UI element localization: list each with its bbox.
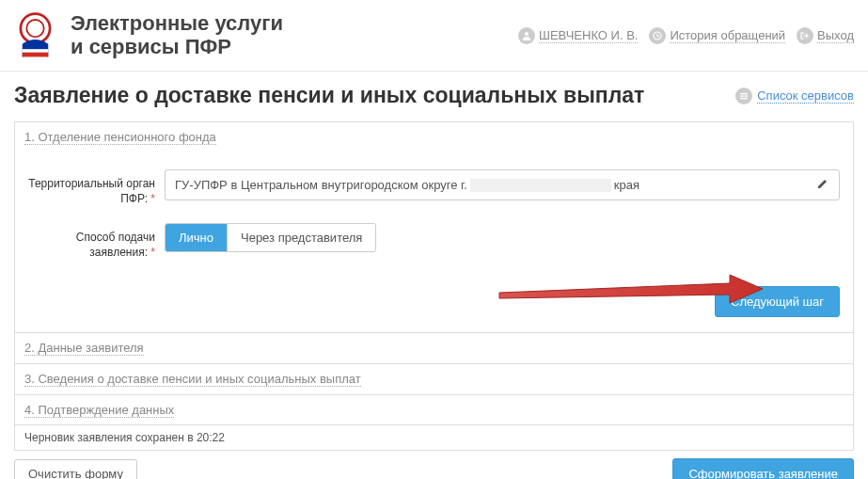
submit-method-toggle: Лично Через представителя bbox=[165, 223, 376, 252]
service-list-link[interactable]: Список сервисов bbox=[735, 88, 854, 104]
step-1-body: Территориальный орган ПФР: * ГУ-УПФР в Ц… bbox=[15, 152, 853, 332]
row-territory: Территориальный орган ПФР: * ГУ-УПФР в Ц… bbox=[28, 169, 840, 206]
territory-label: Территориальный орган ПФР: * bbox=[28, 169, 165, 206]
territory-input[interactable]: ГУ-УПФР в Центральном внутригородском ок… bbox=[165, 169, 840, 200]
page-head: Заявление о доставке пенсии и иных социа… bbox=[14, 83, 854, 108]
row-submit-method: Способ подачи заявления: * Лично Через п… bbox=[28, 223, 840, 260]
step-3-header[interactable]: 3. Сведения о доставке пенсии и иных соц… bbox=[15, 363, 853, 394]
history-link[interactable]: История обращений bbox=[649, 27, 785, 44]
pfr-logo-icon bbox=[9, 9, 61, 61]
submit-method-label: Способ подачи заявления: * bbox=[28, 223, 165, 260]
method-representative-button[interactable]: Через представителя bbox=[228, 224, 375, 251]
bottom-actions: Очистить форму Сформировать заявление bbox=[14, 458, 854, 479]
step-2-header[interactable]: 2. Данные заявителя bbox=[15, 332, 853, 363]
step-4-header[interactable]: 4. Подтверждение данных bbox=[15, 394, 853, 424]
main-content: Заявление о доставке пенсии и иных социа… bbox=[0, 72, 868, 479]
step-1-header[interactable]: 1. Отделение пенсионного фонда bbox=[15, 122, 853, 152]
method-personal-button[interactable]: Лично bbox=[166, 224, 228, 251]
page-title: Заявление о доставке пенсии и иных социа… bbox=[14, 83, 644, 108]
site-header: Электронные услуги и сервисы ПФР ШЕВЧЕНК… bbox=[0, 0, 868, 72]
svg-point-1 bbox=[26, 20, 43, 37]
next-step-row: Следующий шаг bbox=[28, 286, 840, 317]
svg-rect-6 bbox=[740, 93, 748, 94]
svg-point-0 bbox=[21, 14, 50, 43]
svg-rect-3 bbox=[23, 53, 49, 57]
header-right: ШЕВЧЕНКО И. В. История обращений Выход bbox=[518, 27, 854, 44]
history-icon bbox=[649, 27, 666, 44]
submit-form-button[interactable]: Сформировать заявление bbox=[672, 458, 854, 479]
exit-link[interactable]: Выход bbox=[797, 27, 854, 44]
exit-icon bbox=[797, 27, 813, 44]
user-profile-link[interactable]: ШЕВЧЕНКО И. В. bbox=[518, 27, 638, 44]
form-container: 1. Отделение пенсионного фонда Территори… bbox=[14, 121, 854, 425]
svg-rect-8 bbox=[740, 98, 748, 99]
list-icon bbox=[735, 88, 752, 104]
site-title: Электронные услуги и сервисы ПФР bbox=[71, 12, 283, 57]
draft-saved-note: Черновик заявления сохранен в 20:22 bbox=[14, 425, 854, 451]
header-left: Электронные услуги и сервисы ПФР bbox=[9, 9, 283, 61]
user-icon bbox=[518, 27, 535, 44]
edit-icon[interactable] bbox=[816, 177, 829, 193]
clear-form-button[interactable]: Очистить форму bbox=[14, 459, 137, 479]
svg-rect-2 bbox=[23, 49, 49, 53]
next-step-button[interactable]: Следующий шаг bbox=[715, 286, 840, 317]
svg-point-4 bbox=[525, 32, 529, 36]
redacted-region bbox=[470, 179, 611, 192]
svg-rect-7 bbox=[740, 95, 748, 96]
